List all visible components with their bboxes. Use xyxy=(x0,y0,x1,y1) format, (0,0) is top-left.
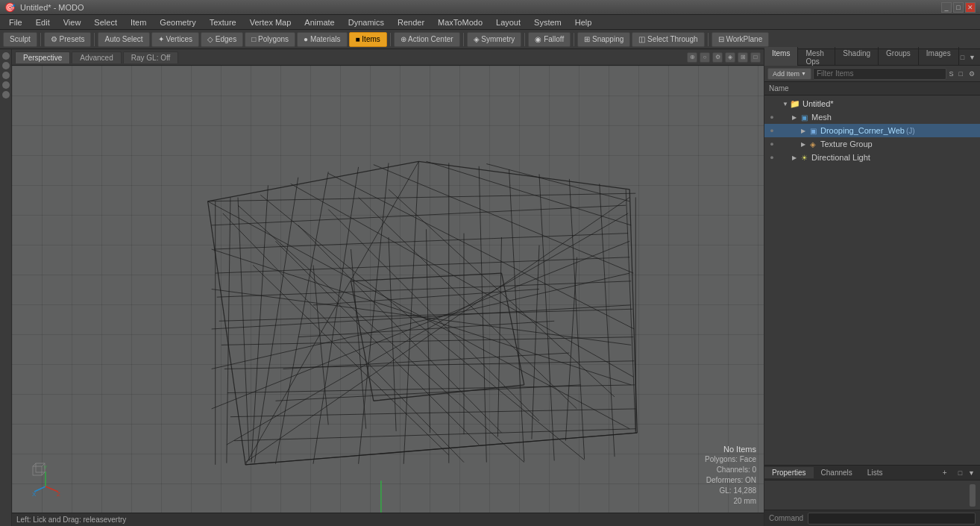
eye-drooping[interactable]: ● xyxy=(764,127,779,134)
tab-shading[interactable]: Shading xyxy=(835,47,879,68)
tab-images[interactable]: Images xyxy=(919,47,959,68)
viewport-tabs: Perspective Advanced Ray GL: Off ⊕ ○ ⚙ ◈… xyxy=(12,49,764,66)
sidebar-dot-3[interactable] xyxy=(2,72,10,79)
sidebar-dot-5[interactable] xyxy=(2,91,10,98)
viewport-icon-2[interactable]: ○ xyxy=(700,52,710,63)
menu-item-select[interactable]: Select xyxy=(88,16,123,28)
toggle-light[interactable]: ▶ xyxy=(790,154,799,161)
menu-item-view[interactable]: View xyxy=(57,16,87,28)
tree-item-drooping[interactable]: ▶ ▣ Drooping_Corner_Web (J) xyxy=(779,124,980,137)
toolbar-separator-5 xyxy=(524,33,525,46)
filter-items-input[interactable] xyxy=(813,68,946,80)
menu-item-texture[interactable]: Texture xyxy=(204,16,242,28)
maximize-button[interactable]: □ xyxy=(953,2,964,13)
snapping-button[interactable]: ⊞ Snapping xyxy=(577,32,630,47)
icon-light: ☀ xyxy=(799,153,809,162)
svg-line-64 xyxy=(532,245,539,439)
falloff-button[interactable]: ◉ Falloff xyxy=(528,32,571,47)
command-input[interactable] xyxy=(808,513,976,525)
menu-item-animate[interactable]: Animate xyxy=(298,16,340,28)
svg-line-71 xyxy=(227,197,230,463)
toggle-drooping[interactable]: ▶ xyxy=(799,128,808,134)
tab-channels[interactable]: Channels xyxy=(814,467,860,478)
polygons-button[interactable]: □ Polygons xyxy=(245,32,295,47)
menu-item-edit[interactable]: Edit xyxy=(30,16,56,28)
close-button[interactable]: ✕ xyxy=(965,2,976,13)
scrollbar-thumb[interactable] xyxy=(970,484,976,507)
viewport-icon-1[interactable]: ⊕ xyxy=(687,52,697,63)
menu-item-file[interactable]: File xyxy=(3,16,28,28)
toggle-untitled[interactable]: ▼ xyxy=(781,101,790,107)
items-button[interactable]: ■ Items xyxy=(349,32,387,47)
eye-texture[interactable]: ● xyxy=(764,140,779,148)
tree-item-mesh[interactable]: ▶ ▣ Mesh xyxy=(779,110,980,124)
tree-item-untitled[interactable]: ▼ 📁 Untitled* xyxy=(779,97,980,110)
bottom-expand-icon[interactable]: □ xyxy=(956,469,964,477)
icon-mesh: ▣ xyxy=(799,113,809,122)
viewport-icon-3[interactable]: ⚙ xyxy=(712,52,723,63)
menu-item-system[interactable]: System xyxy=(528,16,568,28)
right-panel-controls: □ ▼ xyxy=(959,54,980,61)
tab-raygl[interactable]: Ray GL: Off xyxy=(123,51,179,63)
menu-item-item[interactable]: Item xyxy=(125,16,152,28)
edges-button[interactable]: ◇ Edges xyxy=(201,32,243,47)
eye-light[interactable]: ● xyxy=(764,154,779,161)
sidebar-dot-2[interactable] xyxy=(2,62,10,69)
tab-properties[interactable]: Properties xyxy=(764,467,814,478)
workplane-button[interactable]: ⊟ WorkPlane xyxy=(712,32,770,47)
menu-item-vertex map[interactable]: Vertex Map xyxy=(244,16,298,28)
svg-line-57 xyxy=(276,385,581,401)
viewport-icon-4[interactable]: ◈ xyxy=(725,52,735,63)
viewport-icon-5[interactable]: ⊞ xyxy=(738,52,748,63)
viewport-maximize[interactable]: □ xyxy=(750,52,761,63)
auto-select-button[interactable]: Auto Select xyxy=(98,32,149,47)
symmetry-button[interactable]: ◈ Symmetry xyxy=(467,32,522,47)
right-panel-expand[interactable]: □ xyxy=(959,54,966,61)
vertices-button[interactable]: ✦ Vertices xyxy=(151,32,199,47)
svg-line-27 xyxy=(600,184,615,457)
toggle-texture[interactable]: ▶ xyxy=(799,141,808,148)
add-item-button[interactable]: Add Item ▼ xyxy=(767,68,811,80)
eye-mesh[interactable]: ● xyxy=(764,113,779,121)
right-settings-icon[interactable]: ⚙ xyxy=(967,70,977,78)
viewport-canvas[interactable]: .wire { stroke: #1a1a1a; stroke-width: 0… xyxy=(12,66,764,513)
menu-item-help[interactable]: Help xyxy=(569,16,598,28)
menu-item-layout[interactable]: Layout xyxy=(490,16,527,28)
right-panel-settings[interactable]: ▼ xyxy=(967,54,977,61)
menu-item-render[interactable]: Render xyxy=(392,16,430,28)
tab-items[interactable]: Items xyxy=(764,47,798,68)
tab-lists[interactable]: Lists xyxy=(860,467,891,478)
toggle-mesh[interactable]: ▶ xyxy=(790,114,799,121)
tab-perspective[interactable]: Perspective xyxy=(15,51,70,63)
action-center-button[interactable]: ⊕ Action Center xyxy=(394,32,460,47)
tree-item-light[interactable]: ▶ ☀ Directional Light xyxy=(779,151,980,164)
tree-item-texture[interactable]: ▶ ◈ Texture Group xyxy=(779,137,980,151)
svg-line-36 xyxy=(291,184,634,377)
tab-advanced[interactable]: Advanced xyxy=(72,51,121,63)
axis-widget: X Y Z xyxy=(27,460,64,498)
titlebar-left: 🎯 Untitled* - MODO xyxy=(4,2,84,13)
svg-line-0 xyxy=(208,161,419,201)
svg-line-47 xyxy=(212,249,632,385)
materials-button[interactable]: ● Materials xyxy=(297,32,347,47)
presets-button[interactable]: ⚙ Presets xyxy=(44,32,92,47)
sidebar-dot-4[interactable] xyxy=(2,81,10,89)
bottom-plus-button[interactable]: + xyxy=(935,467,955,478)
bottom-settings-icon[interactable]: ▼ xyxy=(966,469,977,477)
add-item-dropdown-icon: ▼ xyxy=(801,71,806,76)
sculpt-button[interactable]: Sculpt xyxy=(3,32,37,47)
titlebar-controls[interactable]: _ □ ✕ xyxy=(941,2,976,13)
svg-line-1 xyxy=(418,161,629,189)
sidebar-dot-1[interactable] xyxy=(2,52,10,60)
right-expand-icon[interactable]: □ xyxy=(957,70,965,78)
svg-line-14 xyxy=(234,429,635,441)
svg-line-65 xyxy=(565,257,577,441)
svg-text:X: X xyxy=(32,491,37,498)
menu-item-geometry[interactable]: Geometry xyxy=(154,16,201,28)
tab-mesh-ops[interactable]: Mesh Ops xyxy=(798,47,835,68)
select-through-button[interactable]: ◫ Select Through xyxy=(632,32,704,47)
tab-groups[interactable]: Groups xyxy=(879,47,919,68)
menu-item-dynamics[interactable]: Dynamics xyxy=(342,16,390,28)
minimize-button[interactable]: _ xyxy=(941,2,952,13)
menu-item-maxtomodo[interactable]: MaxToModo xyxy=(432,16,489,28)
